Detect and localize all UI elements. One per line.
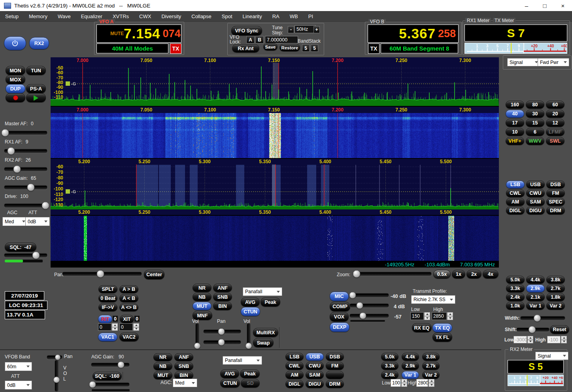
zoom-factor-button-0.5x[interactable]: 0.5x — [433, 270, 451, 279]
filter-button-4.4k[interactable]: 4.4k — [526, 276, 545, 284]
rx1-vol-slider[interactable] — [194, 323, 200, 348]
mode2-button-am[interactable]: AM — [285, 371, 304, 379]
agc-select[interactable]: Med — [2, 217, 28, 226]
rx1-pan-balance-slider-2[interactable] — [203, 339, 241, 345]
rx2-agc-gain-slider[interactable] — [91, 362, 130, 368]
menu-item-wave[interactable]: Wave — [53, 13, 76, 19]
mode-button-fm[interactable]: FM — [546, 189, 565, 197]
rx2-sql-button[interactable]: SQL: -160 — [93, 372, 122, 381]
zoom-slider[interactable] — [353, 271, 432, 277]
band-button-swl[interactable]: SWL — [546, 137, 564, 145]
rx2-ctun-button[interactable]: CTUN — [220, 379, 240, 388]
rx2-waterfall[interactable] — [51, 216, 499, 261]
tx-meter-mode-select[interactable]: Fwd Pwr — [538, 58, 569, 66]
vfob-vol-slider-thumb[interactable] — [53, 377, 60, 383]
filter2-button-2.4k[interactable]: 2.4k — [381, 371, 398, 379]
filter2-button-5.0k[interactable]: 5.0k — [381, 353, 398, 361]
left-slider-rx1-af--thumb[interactable] — [7, 147, 15, 155]
shift-slider-thumb[interactable] — [529, 326, 536, 333]
left-slider-drive-[interactable] — [4, 202, 47, 209]
menu-item-xvtrs[interactable]: XVTRs — [108, 13, 134, 19]
band-button-10[interactable]: 10 — [506, 128, 524, 136]
sql-slider[interactable] — [4, 252, 47, 258]
close-button[interactable]: × — [554, 0, 572, 11]
dsp1-button-mut[interactable]: MUT — [193, 302, 211, 310]
sql-slider-thumb[interactable] — [32, 252, 40, 259]
filter-button-var-1[interactable]: Var 1 — [526, 302, 545, 310]
rx2-panadapter[interactable] — [51, 159, 499, 215]
filter-high-spinner[interactable]: -100 — [547, 336, 567, 343]
menu-item-collapse[interactable]: Collapse — [186, 13, 217, 19]
menu-item-spot[interactable]: Spot — [217, 13, 238, 19]
filter-button-2.7k[interactable]: 2.7k — [546, 285, 565, 292]
mic-slider[interactable] — [349, 292, 389, 298]
mode-button-digu[interactable]: DIGU — [526, 207, 545, 215]
mode2-button-digu[interactable]: DIGU — [306, 380, 324, 388]
dsp1-button-bin[interactable]: BIN — [213, 302, 232, 310]
tune-step-minus-button[interactable]: - — [288, 26, 294, 33]
xit-button[interactable]: XIT — [120, 315, 134, 323]
vfo-a-tx-button[interactable]: TX — [170, 43, 181, 54]
vox-button[interactable]: VOX — [330, 312, 349, 322]
mode2-button-cwl[interactable]: CWL — [285, 362, 304, 370]
spinner-arrows-icon[interactable] — [429, 379, 434, 387]
split-button-splt[interactable]: SPLT — [98, 285, 117, 293]
split-button-a-b[interactable]: A < B — [119, 294, 138, 302]
maximize-button[interactable]: □ — [536, 0, 554, 11]
mode2-button-dsb[interactable]: DSB — [326, 353, 344, 361]
rx1-waterfall[interactable] — [51, 107, 499, 158]
filter-button-2.9k[interactable]: 2.9k — [526, 285, 545, 292]
filter2-button-4.4k[interactable]: 4.4k — [402, 353, 419, 361]
tx-high-spinner[interactable]: 2850 — [432, 312, 453, 320]
mox-button[interactable]: MOX — [6, 75, 25, 84]
rx2-peak-button[interactable]: Peak — [240, 369, 260, 378]
mode-button-spec[interactable]: SPEC — [546, 198, 565, 206]
sql-button[interactable]: SQL: -47 — [5, 243, 36, 252]
filter-button-var-2[interactable]: Var 2 — [546, 302, 565, 310]
rx1-pan-balance-slider[interactable] — [203, 328, 241, 335]
mode-button-digl[interactable]: DIGL — [506, 207, 525, 215]
vox-slider-thumb[interactable] — [360, 313, 366, 319]
rx1-display-mode-select[interactable]: Panafall — [243, 287, 282, 296]
filter2-button-2.7k[interactable]: 2.7k — [422, 362, 440, 370]
filter2-button-2.9k[interactable]: 2.9k — [402, 362, 419, 370]
rx1-vol-slider-thumb[interactable] — [194, 343, 200, 349]
rx2-att-select[interactable]: 0dB — [5, 381, 32, 390]
band-button-12[interactable]: 12 — [546, 119, 564, 127]
restore-button[interactable]: Restore — [279, 44, 300, 51]
mode2-button-sam[interactable]: SAM — [306, 371, 324, 379]
rx1-pan-balance-slider-thumb[interactable] — [218, 328, 225, 335]
rit-spinner[interactable]: 0 — [98, 323, 118, 331]
left-slider-master-af--thumb[interactable] — [2, 129, 9, 137]
mode-button-lsb[interactable]: LSB — [506, 181, 525, 188]
band-button-15[interactable]: 15 — [526, 119, 544, 127]
spinner-arrows-icon[interactable] — [424, 312, 430, 320]
comp-button[interactable]: COMP — [330, 302, 350, 311]
band-button-wwv[interactable]: WWV — [526, 137, 544, 145]
left-slider-agc-gain--thumb[interactable] — [27, 184, 35, 191]
att-select[interactable]: 0dB — [25, 217, 50, 226]
left-slider-master-af-[interactable] — [4, 130, 47, 136]
rx2-avg-button[interactable]: AVG — [220, 369, 239, 378]
menu-item-memory[interactable]: Memory — [24, 13, 53, 19]
tune-step-plus-button[interactable]: + — [313, 26, 320, 33]
filter-button-1.8k[interactable]: 1.8k — [546, 293, 565, 301]
mode-button-am[interactable]: AM — [506, 198, 525, 206]
center-button[interactable]: Center — [144, 270, 164, 279]
peak-button[interactable]: Peak — [261, 298, 280, 307]
mode2-button-lsb[interactable]: LSB — [285, 353, 304, 361]
filter2-button-var-2[interactable]: Var 2 — [422, 371, 440, 379]
mic-button[interactable]: MIC — [330, 292, 349, 301]
transmit-profile-select[interactable]: Richie 2.7K SS — [411, 295, 455, 304]
bandstack-count[interactable]: 5 — [302, 44, 310, 52]
dup-button[interactable]: DUP — [6, 84, 25, 93]
vfo-b-frequency-display[interactable]: 5.367 258 — [368, 24, 459, 43]
band-button-160[interactable]: 160 — [506, 101, 524, 109]
vfo-lock-a-button[interactable]: A — [246, 36, 255, 43]
band-button-30[interactable]: 30 — [526, 110, 544, 118]
minimize-button[interactable]: – — [517, 0, 536, 11]
rx2-high-spinner[interactable]: 2800 — [416, 379, 434, 387]
mode2-button-cwu[interactable]: CWU — [306, 362, 324, 370]
split-button-a-b[interactable]: A > B — [119, 285, 138, 293]
filter2-button-3.3k[interactable]: 3.3k — [381, 362, 398, 370]
